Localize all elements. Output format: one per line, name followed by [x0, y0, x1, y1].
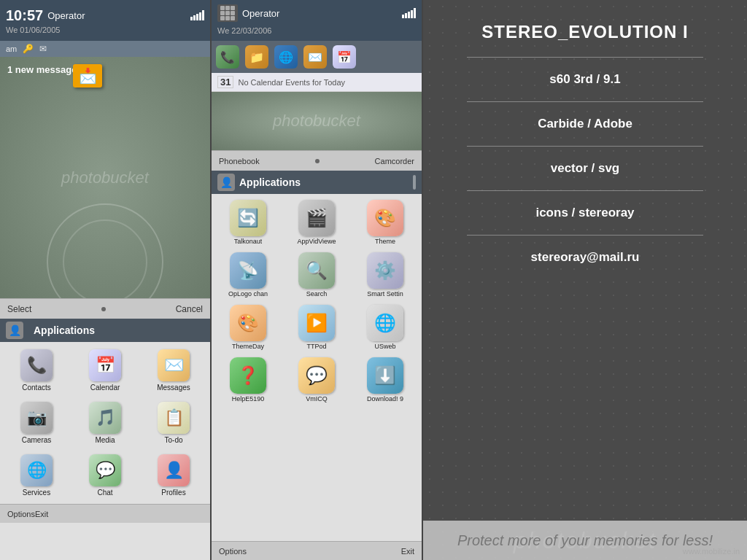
app-contacts[interactable]: 📞 Contacts [3, 345, 70, 396]
oplogo-label: OpLogo chan [228, 290, 268, 298]
middle-apps-title: Applications [239, 176, 301, 188]
message-icon-large: 📩 [73, 64, 102, 88]
app-ttpod[interactable]: ▶️ TTPod [283, 302, 350, 353]
circle-decoration [47, 203, 163, 298]
signal-icon [190, 10, 204, 20]
app-themeday[interactable]: 🎨 ThemeDay [214, 302, 282, 353]
ql-cal-icon[interactable]: 📅 [333, 45, 356, 69]
banner-text: Protect more of your memories for less! [457, 532, 713, 549]
calendar-bar: 31 No Calendar Events for Today [212, 73, 422, 92]
app-services[interactable]: 🌐 Services [3, 450, 70, 501]
middle-bottom-exit[interactable]: Exit [401, 547, 414, 556]
divider-5 [467, 235, 703, 236]
app-profiles[interactable]: 👤 Profiles [140, 450, 207, 501]
chat-label: Chat [97, 489, 112, 497]
format-info: vector / svg [551, 161, 620, 176]
middle-main-area: photobucket [212, 92, 422, 150]
profiles-icon: 👤 [158, 454, 190, 486]
app-vmicq[interactable]: 💬 VmICQ [283, 354, 350, 405]
todo-label: To-do [164, 436, 182, 444]
services-label: Services [23, 489, 50, 497]
app-todo[interactable]: 📋 To-do [140, 397, 207, 448]
app-oplogo[interactable]: 📡 OpLogo chan [214, 249, 282, 300]
divider-2 [467, 101, 703, 102]
middle-apps-section: 👤 Applications 🔄 Talkonaut 🎬 AppVidViewe… [212, 171, 422, 560]
app-theme[interactable]: 🎨 Theme [352, 197, 419, 248]
helpe-label: HelpE5190 [232, 395, 265, 402]
left-softkey-right[interactable]: Cancel [176, 304, 203, 314]
app-messages[interactable]: ✉️ Messages [140, 345, 207, 396]
cameras-icon: 📷 [20, 402, 53, 434]
usweb-label: USweb [374, 343, 395, 350]
app-search[interactable]: 🔍 Search [283, 249, 350, 300]
cameras-label: Cameras [22, 436, 52, 444]
icons-info: icons / stereoray [535, 206, 634, 220]
left-main-area: photobucket 1 new message 📩 [0, 57, 210, 298]
theme-title: STEREO_EVOLUTION I [481, 22, 688, 42]
right-content-area: STEREO_EVOLUTION I s60 3rd / 9.1 Carbide… [423, 0, 747, 521]
ql-folder-icon[interactable]: 📁 [245, 45, 268, 69]
contacts-label: Contacts [22, 384, 50, 392]
envelope-icon: ✉ [39, 44, 47, 54]
media-icon: 🎵 [89, 402, 121, 434]
divider-3 [467, 146, 703, 147]
app-media[interactable]: 🎵 Media [71, 397, 139, 448]
divider-4 [467, 190, 703, 191]
search-label: Search [306, 290, 328, 298]
left-bottom-exit[interactable]: Exit [35, 510, 48, 518]
talkonaut-icon: 🔄 [230, 200, 266, 236]
ql-ie-icon[interactable]: 🌐 [274, 45, 298, 69]
ql-phone-icon[interactable]: 📞 [216, 45, 239, 69]
todo-icon: 📋 [158, 402, 190, 434]
platform-info: s60 3rd / 9.1 [549, 72, 620, 87]
left-apps-title: Applications [34, 324, 95, 336]
app-usweb[interactable]: 🌐 USweb [352, 302, 419, 353]
middle-bottom-options[interactable]: Options [219, 547, 247, 556]
services-icon: 🌐 [20, 454, 53, 486]
app-download[interactable]: ⬇️ Download! 9 [352, 354, 419, 405]
app-smartsettings[interactable]: ⚙️ Smart Settin [352, 249, 419, 300]
left-bottom-options[interactable]: Options [7, 510, 35, 518]
middle-softkey-bar: Phonebook Camcorder [212, 150, 422, 171]
app-talkonaut[interactable]: 🔄 Talkonaut [214, 197, 282, 248]
app-helpe[interactable]: ❓ HelpE5190 [214, 354, 282, 405]
email-info: stereoray@mail.ru [531, 250, 640, 265]
messages-icon: ✉️ [158, 349, 190, 381]
middle-softkey-left[interactable]: Phonebook [219, 157, 260, 166]
chat-icon: 💬 [89, 454, 121, 486]
app-appvidviewer[interactable]: 🎬 AppVidViewe [283, 197, 350, 248]
app-chat[interactable]: 💬 Chat [71, 450, 139, 501]
talkonaut-label: Talkonaut [234, 238, 263, 245]
new-message-text: 1 new message [7, 64, 77, 75]
middle-date: We 22/03/2006 [217, 26, 271, 35]
smartset-icon: ⚙️ [367, 252, 403, 289]
quick-launch-bar: 📞 📁 🌐 ✉️ 📅 [212, 41, 422, 73]
vmicq-label: VmICQ [306, 395, 328, 402]
left-status-bar: 10:57 Operator We 01/06/2005 [0, 0, 210, 41]
appvid-icon: 🎬 [298, 200, 335, 236]
middle-signal [217, 4, 238, 22]
theme-label: Theme [375, 238, 395, 245]
middle-nav-dot [315, 159, 320, 163]
app-cameras[interactable]: 📷 Cameras [3, 397, 70, 448]
calendar-icon: 📅 [89, 349, 121, 381]
media-label: Media [95, 436, 115, 444]
left-apps-header: 👤 Applications [0, 319, 210, 342]
profiles-label: Profiles [161, 489, 185, 497]
ql-email-icon[interactable]: ✉️ [303, 45, 327, 69]
website-url: www.mobilize.in [683, 547, 740, 556]
download-icon: ⬇️ [367, 357, 403, 394]
calendar-label: Calendar [90, 384, 120, 392]
scrollbar-indicator [413, 175, 416, 190]
middle-softkey-right[interactable]: Camcorder [375, 157, 414, 166]
app-calendar[interactable]: 📅 Calendar [71, 345, 139, 396]
photobucket-watermark: photobucket [61, 168, 149, 187]
middle-phone: Operator We 22/03/2006 📞 📁 🌐 ✉️ 📅 31 No … [212, 0, 423, 560]
oplogo-icon: 📡 [230, 252, 266, 289]
middle-apps-grid: 🔄 Talkonaut 🎬 AppVidViewe 🎨 Theme 📡 OpLo… [212, 194, 422, 408]
ttpod-icon: ▶️ [298, 305, 335, 341]
left-softkey-left[interactable]: Select [7, 304, 31, 314]
left-apps-section: 👤 Applications 📞 Contacts 📅 Calendar ✉️ … [0, 319, 210, 560]
contacts-icon: 📞 [20, 349, 53, 381]
theme-icon: 🎨 [367, 200, 403, 236]
